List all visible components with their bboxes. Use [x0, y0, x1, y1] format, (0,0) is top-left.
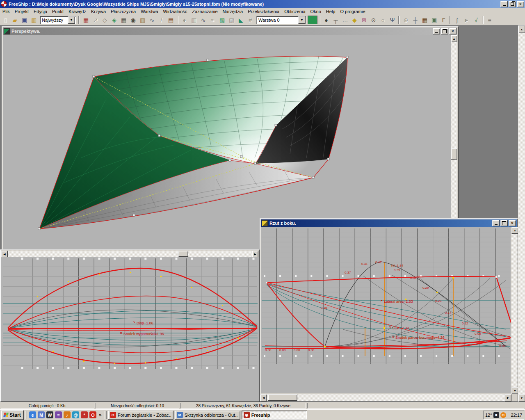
perspective-titlebar[interactable]: Perspektywa. × [3, 27, 457, 35]
quicklaunch-media-icon[interactable]: ♪ [64, 411, 71, 418]
gauss-curvature-icon[interactable]: ▨ [227, 16, 236, 25]
menu-item[interactable]: Help [324, 9, 338, 14]
side-view-viewport[interactable]: 0.18 0.37 0.41 0.42 0.39 0.35 0.29 0.23 … [261, 227, 511, 393]
scrollbar-track[interactable] [511, 234, 518, 387]
new-file-icon[interactable]: ▯ [1, 16, 10, 25]
select-box-icon[interactable]: ⊠ [359, 16, 369, 25]
quicklaunch-writer-icon[interactable]: W [46, 411, 53, 418]
menu-item[interactable]: Okno [308, 9, 324, 14]
menu-item[interactable]: Przekształcenia [245, 9, 282, 14]
plan-window[interactable]: ◀ ▶ [0, 249, 260, 402]
menu-item[interactable]: Warstwa [138, 9, 160, 14]
close-button[interactable]: × [509, 220, 516, 226]
scrollbar-track[interactable] [451, 42, 457, 247]
side-view-hscrollbar[interactable]: ◀ ▶ [260, 394, 511, 401]
minimize-button[interactable] [433, 28, 440, 34]
corner-point-icon[interactable]: ◆ [350, 16, 359, 25]
menu-item[interactable]: Widzialność [161, 9, 190, 14]
start-button[interactable]: Start [1, 410, 24, 420]
scroll-down-icon[interactable]: ▼ [511, 387, 518, 394]
taskbar-grip[interactable] [105, 411, 107, 419]
minimize-button[interactable] [500, 1, 508, 7]
menu-item[interactable]: Płaszczyzna [108, 9, 138, 14]
mirror-icon[interactable]: ⊕ [401, 16, 411, 25]
straighten-icon[interactable]: ≈ [208, 16, 217, 25]
interior-edges-icon[interactable]: ▦ [119, 16, 128, 25]
scroll-up-icon[interactable]: ▲ [451, 35, 457, 42]
solid-shade-icon[interactable]: ● [180, 16, 189, 25]
app-titlebar[interactable]: FreeShip : D:\Moje dokumenty\Dysk Google… [0, 0, 525, 8]
quicklaunch-browser-icon[interactable]: e [29, 411, 36, 418]
stations-icon[interactable]: ◉ [128, 16, 138, 25]
menu-item[interactable]: Krzywa [89, 9, 108, 14]
side-view-titlebar[interactable]: Rzut z boku. × [261, 219, 517, 227]
unlock-points-icon[interactable]: ○ [378, 16, 388, 25]
curvature-icon[interactable]: ∿ [199, 16, 208, 25]
background-grid-icon[interactable]: # [246, 16, 255, 25]
layer-combobox[interactable]: Warstwa 0 ▼ [256, 16, 306, 24]
combobox-arrow-icon[interactable]: ▼ [298, 16, 306, 24]
ruler-icon[interactable]: ┬ [331, 16, 340, 25]
hydrostatics-icon[interactable]: ▦ [420, 16, 429, 25]
plan-hscrollbar[interactable]: ◀ ▶ [1, 251, 258, 257]
notes-icon[interactable]: ▤ [166, 16, 176, 25]
quicklaunch-messenger-icon[interactable]: @ [72, 411, 79, 418]
check-model-icon[interactable]: √ [471, 16, 481, 25]
maximize-button[interactable] [441, 28, 448, 34]
save-icon[interactable]: ▣ [20, 16, 29, 25]
menu-item[interactable]: Plik [0, 9, 12, 14]
scrollbar-track[interactable] [518, 33, 525, 394]
resistance-icon[interactable]: Γ [439, 16, 448, 25]
scrollbar-thumb[interactable] [268, 394, 297, 401]
quicklaunch-winamp-icon[interactable]: * [81, 411, 88, 418]
shade-view-icon[interactable]: ◈ [110, 16, 119, 25]
intersections-icon[interactable]: ▥ [189, 16, 199, 25]
quicklaunch-layers-icon[interactable]: ≡ [55, 411, 62, 418]
scrollbar-thumb[interactable] [178, 251, 188, 257]
menu-item[interactable]: O programie [338, 9, 368, 14]
tray-opera-icon[interactable]: O [500, 412, 506, 418]
control-net-icon[interactable]: ▦ [81, 16, 91, 25]
scrollbar-track[interactable] [267, 394, 504, 401]
menu-item[interactable]: Projekt [12, 9, 31, 14]
maximize-button[interactable] [500, 220, 508, 226]
report-icon[interactable]: ≡ [485, 16, 494, 25]
tray-app-icon[interactable]: ■ [493, 412, 499, 418]
side-view-window[interactable]: Rzut z boku. × [260, 218, 518, 401]
restore-button[interactable] [509, 1, 516, 7]
scrollbar-track[interactable] [8, 251, 252, 257]
close-button[interactable]: × [517, 1, 524, 7]
scroll-up-icon[interactable]: ▲ [518, 25, 525, 33]
zebra-shading-icon[interactable]: ▧ [217, 16, 227, 25]
developable-icon[interactable]: ◣ [236, 16, 246, 25]
menu-item[interactable]: Obliczenia [282, 9, 308, 14]
menu-item[interactable]: Narzędzia [220, 9, 246, 14]
spline-icon[interactable]: ∫ [452, 16, 462, 25]
photo-icon[interactable]: ▣ [429, 16, 439, 25]
menu-item[interactable]: Edycja [31, 9, 50, 14]
scroll-up-icon[interactable]: ▲ [511, 227, 518, 234]
menu-item[interactable]: Zaznaczanie [189, 9, 220, 14]
select-all-icon[interactable]: ● [322, 16, 331, 25]
side-view-vscrollbar[interactable]: ▲ ▼ [511, 227, 518, 394]
taskbar-task-button[interactable]: ◉ Freeship [242, 411, 307, 420]
diagonals-icon[interactable]: / [157, 16, 166, 25]
close-button[interactable]: × [449, 28, 457, 34]
taskbar-grip[interactable] [25, 411, 27, 419]
quicklaunch-overflow-chevron[interactable]: » [99, 412, 102, 418]
align-icon[interactable]: ┼ [411, 16, 420, 25]
taskbar-task-button[interactable]: M Skrzynka odbiorcza - Out... [175, 411, 240, 420]
layer-color-swatch[interactable] [308, 16, 317, 24]
taskbar-task-button[interactable]: O Forum żeglarskie • Zobac... [108, 411, 173, 420]
panel-icon[interactable]: ► [462, 16, 471, 25]
anchor-icon[interactable]: Ψ [388, 16, 397, 25]
import-export-icon[interactable]: ▥ [29, 16, 39, 25]
menu-item[interactable]: Krawędź [66, 9, 89, 14]
mdi-vscrollbar[interactable]: ▲ ▼ [518, 25, 525, 402]
precision-combobox[interactable]: Najwyższy ▼ [40, 16, 76, 24]
wireframe-icon[interactable]: ◇ [100, 16, 110, 25]
scroll-down-icon[interactable]: ▼ [518, 394, 525, 402]
open-file-icon[interactable]: ▰ [10, 16, 20, 25]
menu-item[interactable]: Punkt [50, 9, 66, 14]
edit-point-icon[interactable]: ↗ [91, 16, 100, 25]
